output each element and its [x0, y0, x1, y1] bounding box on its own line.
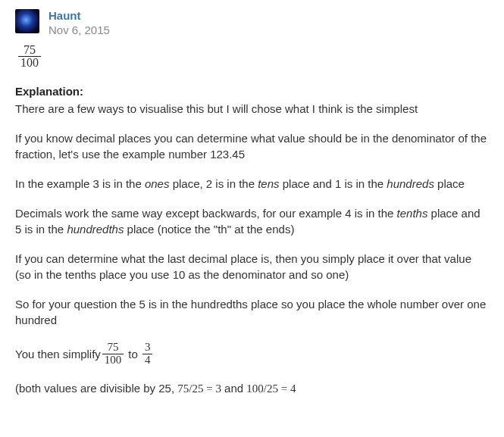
paragraph-apply: So for your question the 5 is in the hun… [15, 296, 489, 328]
text-fragment: place, 2 is in the [169, 177, 258, 190]
fraction-3-4: 3 4 [142, 342, 153, 367]
paragraph-decimal-places: If you know decimal places you can deter… [15, 130, 489, 162]
text-fragment: to [125, 346, 141, 362]
answer-date: Nov 6, 2015 [49, 23, 110, 38]
text-fragment: place and 1 is in the [280, 177, 387, 190]
paragraph-places-integer: In the example 3 is in the ones place, 2… [15, 176, 489, 192]
place-hundredths: hundredths [67, 223, 124, 236]
explanation-label: Explanation: [15, 83, 489, 99]
fraction-denominator: 100 [18, 56, 41, 70]
text-fragment: You then simplify [15, 346, 101, 362]
text-fragment: and [221, 382, 246, 395]
fraction-numerator: 75 [18, 44, 41, 57]
place-tenths: tenths [397, 207, 428, 220]
paragraph-intro: There are a few ways to visualise this b… [15, 101, 489, 117]
text-fragment: Decimals work the same way except backwa… [15, 207, 397, 220]
fraction-denominator: 4 [142, 354, 153, 367]
place-ones: ones [145, 177, 170, 190]
paragraph-method: If you can determine what the last decim… [15, 251, 489, 282]
answer-header: Haunt Nov 6, 2015 [15, 9, 489, 38]
paragraph-places-decimal: Decimals work the same way except backwa… [15, 205, 489, 237]
author-block: Haunt Nov 6, 2015 [49, 9, 110, 38]
place-hundreds: hundreds [387, 177, 434, 190]
fraction-numerator: 75 [102, 342, 124, 354]
author-name-link[interactable]: Haunt [49, 9, 110, 23]
paragraph-simplify: You then simplify 75 100 to 3 4 [15, 342, 489, 367]
equation-1: 75/25 = 3 [177, 382, 221, 395]
text-fragment: place (notice the "th" at the ends) [124, 223, 294, 236]
fraction-numerator: 3 [142, 342, 153, 354]
text-fragment: place [434, 177, 465, 190]
fraction-75-100: 75 100 [102, 342, 124, 367]
fraction-denominator: 100 [102, 354, 124, 367]
avatar[interactable] [15, 9, 39, 33]
equation-2: 100/25 = 4 [246, 382, 296, 395]
text-fragment: (both values are divisible by 25, [15, 382, 177, 395]
answer-fraction: 75 100 [17, 44, 489, 70]
place-tens: tens [258, 177, 279, 190]
paragraph-divisible: (both values are divisible by 25, 75/25 … [15, 380, 489, 397]
text-fragment: In the example 3 is in the [15, 177, 145, 190]
